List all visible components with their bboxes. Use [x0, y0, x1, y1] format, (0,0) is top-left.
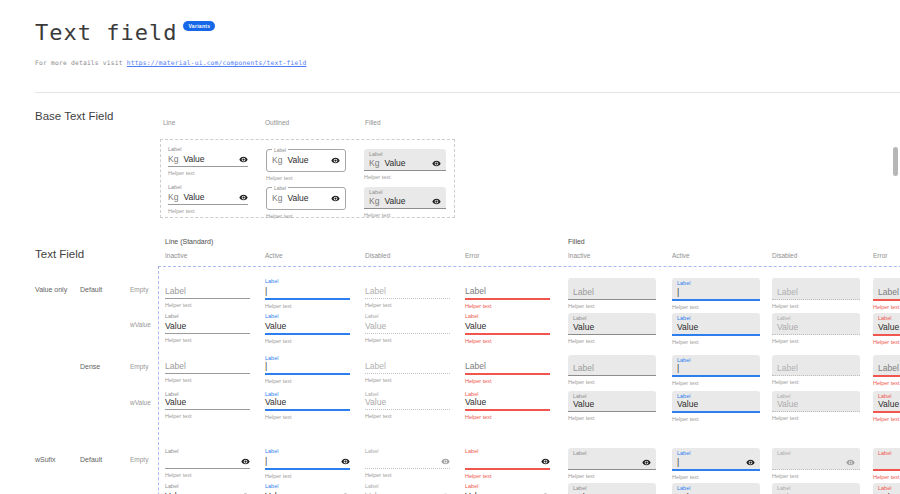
scrollbar-thumb[interactable] [893, 147, 898, 176]
visibility-icon[interactable] [441, 457, 450, 466]
filled-box: LabelValue [873, 483, 900, 494]
text-field-filled-disabled-row1[interactable]: LabelHelper text [772, 278, 860, 309]
filled-box: LabelValue [873, 391, 900, 413]
prefix-text: Kg [369, 196, 379, 206]
input-row: Value [878, 322, 900, 334]
input-underline [265, 373, 350, 375]
text-field-line-disabled-row1[interactable]: LabelHelper text [365, 278, 450, 308]
text-field-line-error-row6[interactable]: LabelValueHelper text [465, 483, 550, 494]
text-field-filled-disabled-row4[interactable]: LabelValueHelper text [772, 391, 860, 421]
text-field-filled-error-row2[interactable]: LabelValueHelper text [873, 313, 900, 345]
text-field-filled-active-row3[interactable]: Label|Helper text [672, 355, 760, 386]
base-outlined-field-2[interactable]: LabelKgValueHelper text [266, 187, 346, 219]
text-field-filled-disabled-row3[interactable]: LabelHelper text [772, 355, 860, 385]
text-field-line-error-row3[interactable]: LabelHelper text [465, 355, 550, 384]
base-line-field-1[interactable]: LabelKgValueHelper text [168, 146, 248, 176]
visibility-icon[interactable] [846, 458, 855, 467]
text-field-filled-error-row5[interactable]: LabelHelper text [873, 448, 900, 480]
variants-badge[interactable]: Variants [183, 21, 215, 31]
text-field-filled-active-row5[interactable]: Label|Helper text [672, 448, 760, 480]
helper-text: Helper text [465, 473, 550, 479]
text-field-line-active-row1[interactable]: Label|Helper text [265, 278, 350, 309]
page-title: Text fieldVariants [35, 20, 215, 45]
text-field-filled-active-row1[interactable]: Label|Helper text [672, 278, 760, 310]
field-value: Value [265, 321, 286, 331]
text-field-filled-active-row6[interactable]: LabelValueHelper text [672, 483, 760, 494]
text-field-line-active-row6[interactable]: LabelValueHelper text [265, 483, 350, 494]
text-field-line-inactive-row6[interactable]: LabelValueHelper text [165, 483, 250, 494]
field-label [573, 280, 651, 287]
text-caret: | [677, 457, 679, 467]
input-underline [168, 204, 248, 205]
text-field-filled-inactive-row6[interactable]: LabelValueHelper text [568, 483, 656, 494]
text-field-line-error-row5[interactable]: LabelHelper text [465, 448, 550, 479]
text-field-line-active-row3[interactable]: Label|Helper text [265, 355, 350, 384]
text-field-line-disabled-row5[interactable]: LabelHelper text [365, 448, 450, 478]
base-filled-field-2[interactable]: LabelKgValueHelper text [364, 187, 446, 218]
base-outlined-field-1[interactable]: LabelKgValueHelper text [266, 149, 346, 181]
text-field-line-disabled-row2[interactable]: LabelValueHelper text [365, 313, 450, 343]
text-field-line-inactive-row2[interactable]: LabelValueHelper text [165, 313, 250, 343]
visibility-icon[interactable] [642, 458, 651, 467]
text-field-line-inactive-row4[interactable]: LabelValueHelper text [165, 391, 250, 419]
text-field-filled-inactive-row5[interactable]: LabelHelper text [568, 448, 656, 479]
field-label: Label [365, 483, 450, 490]
field-label: Label [265, 483, 350, 490]
text-field-filled-inactive-row4[interactable]: LabelValueHelper text [568, 391, 656, 421]
visibility-icon[interactable] [331, 156, 340, 165]
helper-text: Helper text [165, 337, 250, 343]
text-field-line-error-row4[interactable]: LabelValueHelper text [465, 391, 550, 420]
input-row [465, 455, 550, 468]
field-label: Label [878, 450, 900, 457]
base-line-field-2[interactable]: LabelKgValueHelper text [168, 184, 248, 214]
text-field-line-disabled-row4[interactable]: LabelValueHelper text [365, 391, 450, 419]
field-label: Label [573, 485, 651, 492]
field-label: Label [465, 483, 550, 490]
text-field-filled-error-row3[interactable]: LabelHelper text [873, 355, 900, 386]
text-field-line-active-row2[interactable]: LabelValueHelper text [265, 313, 350, 344]
text-caret: | [265, 286, 267, 296]
visibility-icon[interactable] [541, 457, 550, 466]
visibility-icon[interactable] [331, 194, 340, 203]
text-field-filled-active-row2[interactable]: LabelValueHelper text [672, 313, 760, 345]
input-row: Label [878, 287, 900, 299]
text-field-line-active-row4[interactable]: LabelValueHelper text [265, 391, 350, 420]
text-field-filled-inactive-row1[interactable]: LabelHelper text [568, 278, 656, 309]
visibility-icon[interactable] [239, 155, 248, 164]
text-field-filled-error-row1[interactable]: LabelHelper text [873, 278, 900, 310]
helper-text: Helper text [568, 415, 656, 421]
visibility-icon[interactable] [239, 193, 248, 202]
text-field-line-inactive-row1[interactable]: LabelHelper text [165, 278, 250, 308]
text-field-filled-error-row4[interactable]: LabelValueHelper text [873, 391, 900, 422]
text-field-filled-disabled-row2[interactable]: LabelValueHelper text [772, 313, 860, 344]
visibility-icon[interactable] [432, 197, 441, 206]
text-field-filled-disabled-row5[interactable]: LabelHelper text [772, 448, 860, 479]
text-field-line-error-row1[interactable]: LabelHelper text [465, 278, 550, 309]
text-field-line-inactive-row5[interactable]: LabelHelper text [165, 448, 250, 478]
field-value: Value [573, 399, 594, 409]
outlined-box: LabelKgValue [266, 187, 346, 210]
visibility-icon[interactable] [746, 458, 755, 467]
text-field-filled-error-row6[interactable]: LabelValueHelper text [873, 483, 900, 494]
helper-text: Helper text [772, 303, 860, 309]
visibility-icon[interactable] [432, 159, 441, 168]
helper-text: Helper text [165, 302, 250, 308]
helper-text: Helper text [266, 175, 346, 181]
visibility-icon[interactable] [241, 457, 250, 466]
text-field-line-disabled-row3[interactable]: LabelHelper text [365, 355, 450, 383]
docs-link[interactable]: https://material-ui.com/components/text-… [127, 59, 307, 66]
text-field-line-disabled-row6[interactable]: LabelValueHelper text [365, 483, 450, 494]
text-field-filled-inactive-row3[interactable]: LabelHelper text [568, 355, 656, 385]
visibility-icon[interactable] [341, 457, 350, 466]
filled-box: LabelKgValue [364, 149, 446, 171]
text-field-filled-active-row4[interactable]: LabelValueHelper text [672, 391, 760, 422]
base-filled-field-1[interactable]: LabelKgValueHelper text [364, 149, 446, 180]
text-field-line-inactive-row3[interactable]: LabelHelper text [165, 355, 250, 383]
text-field-filled-disabled-row6[interactable]: LabelValueHelper text [772, 483, 860, 494]
input-row: KgValue [272, 154, 340, 167]
text-field-filled-inactive-row2[interactable]: LabelValueHelper text [568, 313, 656, 344]
text-field-line-error-row2[interactable]: LabelValueHelper text [465, 313, 550, 344]
helper-text: Helper text [465, 303, 550, 309]
text-field-line-active-row5[interactable]: Label|Helper text [265, 448, 350, 479]
field-label: Label [272, 185, 288, 191]
